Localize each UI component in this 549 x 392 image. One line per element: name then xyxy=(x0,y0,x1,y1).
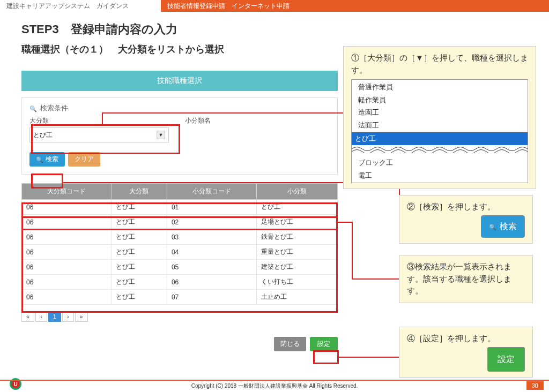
th-major: 大分類 xyxy=(111,184,167,200)
table-row[interactable]: 06とび工01とび工 xyxy=(22,200,338,215)
page-number: 30 xyxy=(526,381,544,390)
table-row[interactable]: 06とび工06くい打ち工 xyxy=(22,275,338,290)
table-cell: とび工 xyxy=(111,290,167,305)
close-button[interactable]: 閉じる xyxy=(274,337,306,351)
table-cell: 06 xyxy=(22,275,112,290)
th-major-code: 大分類コード xyxy=(22,184,112,200)
highlight-box-set-btn xyxy=(313,350,339,364)
search-icon xyxy=(36,156,43,163)
dropdown-item[interactable]: ブロック工 xyxy=(355,156,524,169)
dropdown-item[interactable]: 法面工 xyxy=(355,119,524,132)
th-minor-code: 小分類コード xyxy=(167,184,256,200)
table-row[interactable]: 06とび工02足場とび工 xyxy=(22,215,338,230)
table-row[interactable]: 06とび工04重量とび工 xyxy=(22,245,338,260)
chevron-down-icon[interactable]: ▼ xyxy=(157,131,165,139)
table-cell: 鉄骨とび工 xyxy=(256,230,337,245)
callout-set-button[interactable]: 設定 xyxy=(487,347,525,372)
dropdown-item[interactable]: 造園工 xyxy=(355,106,524,119)
table-row[interactable]: 06とび工05建築とび工 xyxy=(22,260,338,275)
callout-3: ③検索結果が一覧表示されます。該当する職種を選択します。 xyxy=(399,255,533,303)
table-cell: くい打ち工 xyxy=(256,275,337,290)
callout-search-button[interactable]: 検索 xyxy=(481,215,525,238)
search-cond-label: 検索条件 xyxy=(40,103,68,113)
page-last[interactable]: » xyxy=(75,311,88,322)
table-cell: 02 xyxy=(167,215,256,230)
table-row[interactable]: 06とび工03鉄骨とび工 xyxy=(22,230,338,245)
dropdown-item[interactable]: 軽作業員 xyxy=(355,94,524,107)
table-header-row: 大分類コード 大分類 小分類コード 小分類 xyxy=(22,184,338,200)
table-cell: 建築とび工 xyxy=(256,260,337,275)
table-cell: 04 xyxy=(167,245,256,260)
table-cell: 足場とび工 xyxy=(256,215,337,230)
table-cell: 01 xyxy=(167,200,256,215)
set-button[interactable]: 設定 xyxy=(310,337,338,351)
modal-header: 技能職種選択 xyxy=(21,71,338,91)
table-cell: 06 xyxy=(22,200,112,215)
connector-line xyxy=(352,278,399,280)
table-row[interactable]: 06とび工07土止め工 xyxy=(22,290,338,305)
callout-3-text: ③検索結果が一覧表示されます。該当する職種を選択します。 xyxy=(407,261,525,297)
table-cell: とび工 xyxy=(111,260,167,275)
connector-line xyxy=(102,112,343,114)
top-bar: 建設キャリアアップシステム ガイダンス 技能者情報登録申請 インターネット申請 xyxy=(0,0,549,12)
results-table: 大分類コード 大分類 小分類コード 小分類 06とび工01とび工06とび工02足… xyxy=(21,183,338,305)
connector-line xyxy=(352,222,353,280)
table-cell: とび工 xyxy=(111,200,167,215)
topbar-left: 建設キャリアアップシステム ガイダンス xyxy=(0,0,161,12)
search-condition-header: 検索条件 xyxy=(29,103,330,113)
callout-4: ④［設定］を押します。 設定 xyxy=(399,327,533,378)
search-button[interactable]: 検索 xyxy=(29,152,65,167)
th-minor: 小分類 xyxy=(256,184,337,200)
table-cell: 03 xyxy=(167,230,256,245)
copyright: Copyright (C) 2018 一般財団法人建設業振興基金 All Rig… xyxy=(191,383,358,389)
table-cell: 06 xyxy=(22,260,112,275)
table-cell: 06 xyxy=(22,290,112,305)
table-cell: とび工 xyxy=(111,230,167,245)
connector-line xyxy=(102,112,103,125)
table-cell: 07 xyxy=(167,290,256,305)
step-title: STEP3 登録申請内容の入力 xyxy=(21,21,528,37)
select-value: とび工 xyxy=(33,131,53,140)
page-1[interactable]: 1 xyxy=(48,311,61,322)
dropdown-item-selected[interactable]: とび工 xyxy=(352,132,528,145)
table-cell: 土止め工 xyxy=(256,290,337,305)
dropdown-item[interactable]: 電工 xyxy=(355,169,524,182)
dropdown-preview: 普通作業員軽作業員造園工法面工 とび工 ブロック工電工 xyxy=(351,79,528,183)
callout-4-text: ④［設定］を押します。 xyxy=(407,333,525,345)
table-cell: 05 xyxy=(167,260,256,275)
table-cell: とび工 xyxy=(111,215,167,230)
page-prev[interactable]: ‹ xyxy=(35,311,47,322)
field-minor-label: 小分類名 xyxy=(185,116,330,125)
table-cell: 06 xyxy=(22,215,112,230)
table-cell: 重量とび工 xyxy=(256,245,337,260)
connector-line xyxy=(339,357,399,358)
page-first[interactable]: « xyxy=(21,311,34,322)
search-icon xyxy=(29,104,37,112)
callout-1: ①［大分類］の［▼］を押して、職種を選択します。 普通作業員軽作業員造園工法面工… xyxy=(343,46,536,189)
table-cell: 06 xyxy=(167,275,256,290)
major-category-select[interactable]: とび工 ▼ xyxy=(29,127,169,142)
search-icon xyxy=(489,220,496,233)
callout-2: ②［検索］を押します。 検索 xyxy=(399,195,533,244)
page-next[interactable]: › xyxy=(62,311,74,322)
table-cell: とび工 xyxy=(111,245,167,260)
table-cell: とび工 xyxy=(256,200,337,215)
dropdown-item[interactable]: 普通作業員 xyxy=(355,81,524,94)
table-cell: 06 xyxy=(22,245,112,260)
footer: Copyright (C) 2018 一般財団法人建設業振興基金 All Rig… xyxy=(0,380,549,390)
callout-2-text: ②［検索］を押します。 xyxy=(407,201,525,213)
table-cell: 06 xyxy=(22,230,112,245)
table-cell: とび工 xyxy=(111,275,167,290)
wavy-cut-icon xyxy=(352,145,528,153)
topbar-right: 技能者情報登録申請 インターネット申請 xyxy=(161,0,549,12)
clear-button[interactable]: クリア xyxy=(68,152,100,167)
search-panel: 検索条件 大分類 とび工 ▼ 小分類名 検索 クリア xyxy=(21,97,338,175)
callout-1-text: ①［大分類］の［▼］を押して、職種を選択します。 xyxy=(351,52,528,76)
pagination: « ‹ 1 › » xyxy=(21,311,338,322)
connector-line xyxy=(338,222,352,223)
